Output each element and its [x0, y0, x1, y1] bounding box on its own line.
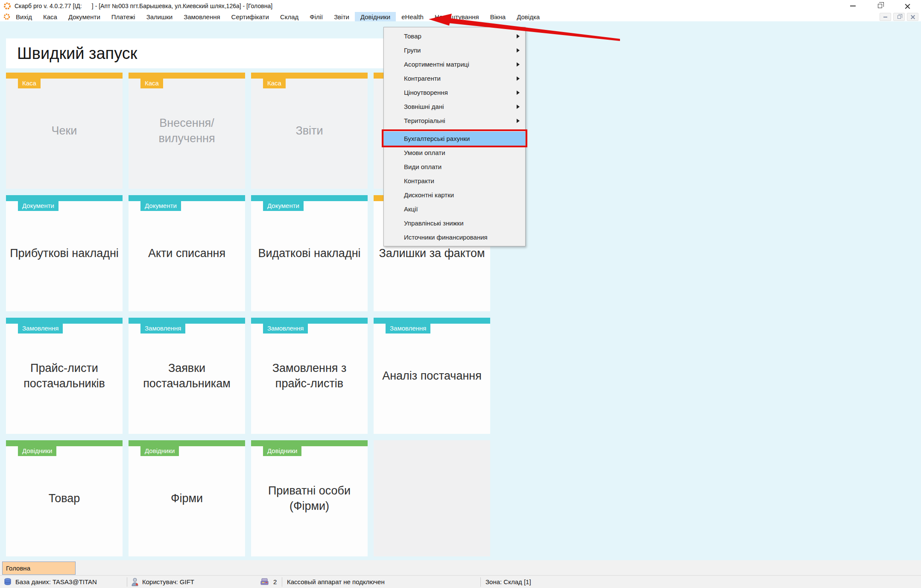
tile-label: Прайс-листи постачальників [6, 318, 123, 434]
tile-incoming-invoices[interactable]: Документи Прибуткові накладні [6, 195, 123, 311]
mdi-minimize-button[interactable] [880, 13, 891, 21]
tab-golovna[interactable]: Головна [2, 562, 76, 575]
tile-label: Прибуткові накладні [6, 195, 123, 311]
status-separator [282, 577, 282, 587]
status-separator [480, 577, 481, 587]
user-icon [131, 577, 139, 587]
tile-label: Замовлення з прайс-листів [251, 318, 368, 434]
submenu-arrow-icon [517, 105, 520, 109]
menu-item-label: Територіальні [404, 117, 445, 124]
menu-bar: Вихід Каса Документи Платежі Залишки Зам… [0, 12, 921, 21]
menu-item-kontrakty[interactable]: Контракти [384, 174, 525, 188]
menu-item-umovy-oplaty[interactable]: Умови оплати [384, 146, 525, 160]
menu-item-label: Акції [404, 205, 418, 213]
menu-item-label: Источники финансирования [404, 234, 488, 241]
tile-firms[interactable]: Довідники Фірми [129, 440, 245, 556]
menu-item-sertyfikaty[interactable]: Сертифікати [226, 12, 275, 21]
menu-item-dovidnyky[interactable]: Довідники [355, 12, 396, 21]
menu-item-istochniki-finansirovaniya[interactable]: Источники финансирования [384, 230, 525, 244]
zone-status: Зона: Склад [1] [485, 576, 531, 588]
menu-item-vikna[interactable]: Вікна [485, 12, 512, 21]
cash-register-status: Кассовый аппарат не подключен [287, 576, 385, 588]
menu-item-ehealth[interactable]: eHealth [396, 12, 429, 21]
menu-item-label: Умови оплати [404, 149, 445, 156]
status-bar: База даних: TASA3@TITAN Користувач: GIFT… [0, 575, 921, 588]
menu-item-aktsii[interactable]: Акції [384, 202, 525, 216]
menu-item-sklad[interactable]: Склад [275, 12, 304, 21]
tile-supplier-price-lists[interactable]: Замовлення Прайс-листи постачальників [6, 318, 123, 434]
close-button[interactable] [894, 0, 921, 12]
menu-item-vydy-oplaty[interactable]: Види оплати [384, 160, 525, 174]
menu-item-label: Асортиментні матриці [404, 61, 469, 68]
menu-item-filii[interactable]: Філії [304, 12, 328, 21]
menu-item-label: Дисконтні картки [404, 191, 454, 199]
restore-button[interactable] [866, 0, 894, 12]
menu-item-zalyshky[interactable]: Залишки [141, 12, 178, 21]
menu-item-label: Бухгалтерські рахунки [404, 135, 470, 142]
menu-item-terytorialni[interactable]: Територіальні [384, 114, 525, 128]
device-count: 2 [273, 576, 277, 588]
menu-item-dyskontni-kartky[interactable]: Дисконтні картки [384, 188, 525, 202]
window-title: Скарб pro v. 4.0.2.77 [ІД: ] - [Апт №003… [15, 3, 272, 9]
menu-item-grupy[interactable]: Групи [384, 43, 525, 57]
restore-icon [878, 4, 882, 8]
menu-item-tovar[interactable]: Товар [384, 29, 525, 43]
tile-reports[interactable]: Каса Звіти [251, 73, 368, 189]
tile-label: Заявки постачальникам [129, 318, 245, 434]
menu-item-dokumenty[interactable]: Документи [63, 12, 106, 21]
menu-item-zamovlennia[interactable]: Замовлення [178, 12, 225, 21]
mdi-close-button[interactable] [907, 13, 918, 21]
tile-label: Акти списання [129, 195, 245, 311]
menu-item-dovidka[interactable]: Довідка [511, 12, 545, 21]
tile-label: Приватні особи (Фірми) [251, 440, 368, 556]
minimize-button[interactable] [839, 0, 866, 12]
menu-item-kontragenty[interactable]: Контрагенти [384, 71, 525, 85]
tile-cash-in-out[interactable]: Каса Внесення/вилучення [129, 73, 245, 189]
menu-item-upravlinski-znyzhky[interactable]: Управлінські знижки [384, 216, 525, 230]
menu-item-tsinoutvorennia[interactable]: Ціноутворення [384, 85, 525, 99]
database-icon [3, 578, 12, 586]
tile-supply-analysis[interactable]: Замовлення Аналіз постачання [374, 318, 490, 434]
menu-item-label: Зовнішні дані [404, 103, 444, 110]
menu-item-asortymentni-matrytsi[interactable]: Асортиментні матриці [384, 57, 525, 71]
menu-item-label: Управлінські знижки [404, 219, 464, 227]
user-status: Користувач: GIFT [142, 576, 194, 588]
menu-item-nalashtuvannia[interactable]: Налаштування [429, 12, 485, 21]
menu-item-platezhi[interactable]: Платежі [106, 12, 141, 21]
close-icon [911, 15, 915, 19]
database-status: База даних: TASA3@TITAN [15, 576, 97, 588]
submenu-arrow-icon [517, 62, 520, 67]
tile-label: Товар [6, 440, 123, 556]
submenu-arrow-icon [517, 34, 520, 38]
tile-empty [374, 440, 490, 556]
tile-goods[interactable]: Довідники Товар [6, 440, 123, 556]
tile-private-persons[interactable]: Довідники Приватні особи (Фірми) [251, 440, 368, 556]
menu-item-zovnishni-dani[interactable]: Зовнішні дані [384, 99, 525, 114]
tile-label: Звіти [251, 73, 368, 189]
app-logo-icon [3, 2, 11, 10]
tile-label: Внесення/вилучення [129, 73, 245, 189]
window-controls [839, 0, 921, 12]
dovidnyky-dropdown-menu: Товар Групи Асортиментні матриці Контраг… [383, 27, 526, 246]
tile-checks[interactable]: Каса Чеки [6, 73, 123, 189]
tile-supplier-requests[interactable]: Замовлення Заявки постачальникам [129, 318, 245, 434]
tile-label: Аналіз постачання [374, 318, 490, 434]
tile-label: Фірми [129, 440, 245, 556]
tile-write-off-acts[interactable]: Документи Акти списання [129, 195, 245, 311]
menu-item-label: Види оплати [404, 163, 441, 170]
menu-item-bukhgalterski-rakhunky[interactable]: Бухгалтерські рахунки [384, 132, 525, 146]
minimize-icon [850, 6, 856, 6]
tile-orders-from-price-lists[interactable]: Замовлення Замовлення з прайс-листів [251, 318, 368, 434]
submenu-arrow-icon [517, 76, 520, 81]
tile-outgoing-invoices[interactable]: Документи Видаткові накладні [251, 195, 368, 311]
tile-label: Чеки [6, 73, 123, 189]
tab-label: Головна [6, 565, 30, 572]
mdi-restore-button[interactable] [893, 13, 905, 21]
status-separator [127, 577, 127, 587]
minimize-icon [883, 17, 887, 18]
menu-item-zvity[interactable]: Звіти [328, 12, 355, 21]
menu-item-kasa[interactable]: Каса [38, 12, 63, 21]
menu-item-vykhid[interactable]: Вихід [10, 12, 38, 21]
cash-register-icon [260, 578, 270, 586]
close-icon [904, 3, 911, 9]
